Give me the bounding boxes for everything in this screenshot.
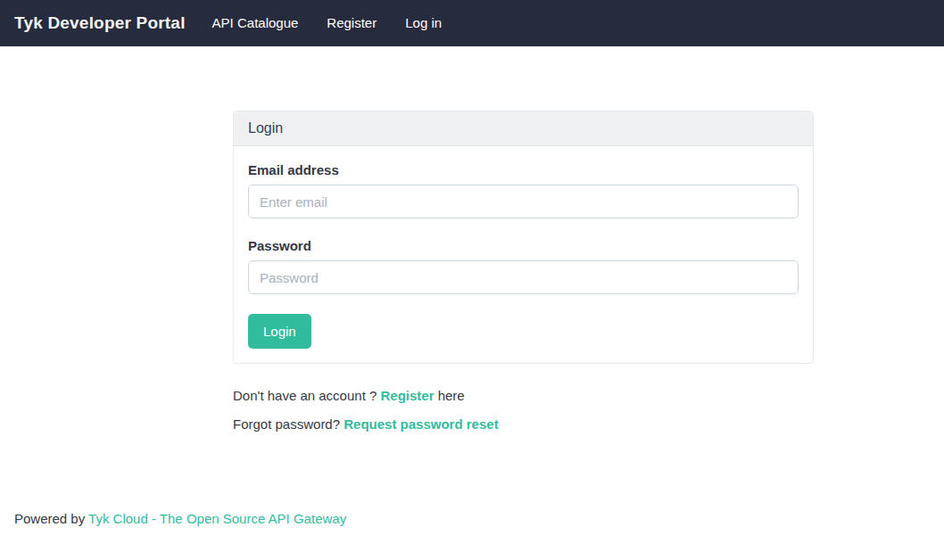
helper-links: Don't have an account ? Register here Fo…	[233, 387, 814, 432]
email-form-group: Email address	[248, 162, 799, 218]
password-label: Password	[248, 238, 799, 253]
forgot-password-prefix: Forgot password?	[233, 416, 344, 432]
forgot-password-line: Forgot password? Request password reset	[233, 416, 814, 432]
email-label: Email address	[248, 162, 799, 177]
password-form-group: Password	[248, 238, 799, 294]
top-navbar: Tyk Developer Portal API Catalogue Regis…	[0, 0, 944, 46]
nav-item-register[interactable]: Register	[312, 2, 391, 44]
login-button[interactable]: Login	[248, 314, 311, 349]
register-line-prefix: Don't have an account ?	[233, 388, 380, 403]
footer: Powered by Tyk Cloud - The Open Source A…	[0, 511, 944, 526]
main-content: Login Email address Password Login Don't…	[233, 46, 814, 432]
nav-item-api-catalogue[interactable]: API Catalogue	[198, 2, 313, 44]
footer-prefix: Powered by	[14, 511, 88, 526]
login-form: Email address Password Login	[234, 146, 813, 363]
register-line-suffix: here	[435, 388, 465, 403]
request-password-reset-link[interactable]: Request password reset	[344, 416, 498, 432]
brand-title[interactable]: Tyk Developer Portal	[14, 13, 186, 33]
email-field[interactable]	[248, 185, 799, 218]
register-line: Don't have an account ? Register here	[233, 387, 814, 404]
login-card-title: Login	[234, 111, 813, 146]
tyk-cloud-link[interactable]: Tyk Cloud - The Open Source API Gateway	[88, 511, 346, 526]
nav-item-login[interactable]: Log in	[391, 2, 456, 44]
register-link[interactable]: Register	[380, 388, 434, 403]
navbar-menu: API Catalogue Register Log in	[198, 15, 456, 31]
login-card: Login Email address Password Login	[233, 111, 814, 364]
password-field[interactable]	[248, 260, 799, 294]
